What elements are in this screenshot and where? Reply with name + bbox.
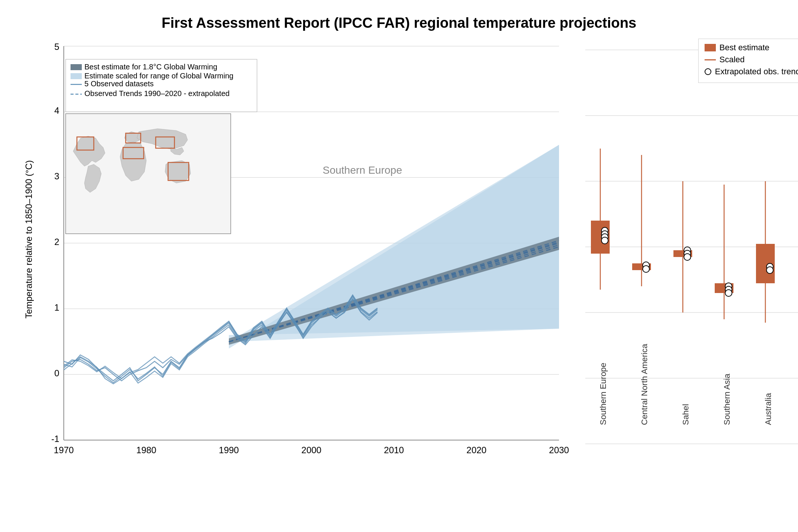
ytick-1: 1 xyxy=(54,302,59,313)
xtick-2000: 2000 xyxy=(301,445,321,455)
ytick-3: 3 xyxy=(54,171,59,181)
legend-extrapolated-label: Extrapolated obs. trend xyxy=(715,67,798,77)
legend-best-estimate-label: Best estimate xyxy=(720,43,769,53)
xtick-1970: 1970 xyxy=(54,445,74,455)
legend-best-estimate-icon xyxy=(705,44,716,51)
legend-scaled-box xyxy=(71,73,82,79)
main-content: Temperature relative to 1850–1900 (°C) xyxy=(15,39,783,511)
left-panel: Temperature relative to 1850–1900 (°C) xyxy=(15,39,570,511)
obs-dot-4-1 xyxy=(766,267,773,274)
ytick-5: 5 xyxy=(54,42,59,52)
region-label-0: Southern Europe xyxy=(598,363,608,425)
legend-extrapolated-icon xyxy=(705,68,711,75)
region-label-2: Sahel xyxy=(681,404,690,425)
region-label-4: Australia xyxy=(763,393,773,425)
legend-scaled-label: Scaled xyxy=(720,55,745,65)
legend-extrapolated: Extrapolated obs. trend xyxy=(705,67,798,77)
legend-best-estimate: Best estimate xyxy=(705,43,798,53)
xtick-2010: 2010 xyxy=(384,445,404,455)
chart-container: First Assessment Report (IPCC FAR) regio… xyxy=(0,0,798,532)
region-label: Southern Europe xyxy=(323,164,402,176)
yaxis-label: Temperature relative to 1850–1900 (°C) xyxy=(24,160,34,319)
region-label-1: Central North America xyxy=(640,344,649,425)
obs-dot-3-2 xyxy=(725,290,732,296)
ytick-2: 2 xyxy=(54,237,59,247)
ytick--1: -1 xyxy=(51,434,59,444)
ytick-0: 0 xyxy=(54,368,59,378)
right-legend: Best estimate Scaled Extrapolated obs. t… xyxy=(698,39,798,83)
legend-best-estimate-text: Best estimate for 1.8°C Global Warming xyxy=(84,63,217,71)
chart-title: First Assessment Report (IPCC FAR) regio… xyxy=(15,15,783,31)
xtick-1980: 1980 xyxy=(136,445,156,455)
main-chart-svg: Temperature relative to 1850–1900 (°C) xyxy=(15,39,570,508)
boxplot-svg: Southern Europe Central North America Sa… xyxy=(578,42,798,511)
region-label-3: Southern Asia xyxy=(722,373,732,425)
obs-dot-2-2 xyxy=(684,254,691,260)
xtick-2030: 2030 xyxy=(549,445,569,455)
right-panel: Best estimate Scaled Extrapolated obs. t… xyxy=(570,39,798,511)
legend-scaled-text: Estimate scaled for range of Global Warm… xyxy=(84,72,233,80)
best-box-4 xyxy=(756,244,775,283)
xtick-2020: 2020 xyxy=(466,445,486,455)
xtick-1990: 1990 xyxy=(219,445,239,455)
legend-scaled-icon xyxy=(705,59,716,60)
legend-best-estimate-box xyxy=(71,64,82,70)
ytick-4: 4 xyxy=(54,105,59,116)
obs-dot-1-1 xyxy=(643,266,649,272)
obs-dot-0-3 xyxy=(601,237,608,244)
legend-trend-text: Observed Trends 1990–2020 - extrapolated xyxy=(84,89,230,98)
legend-obs-text: 5 Observed datasets xyxy=(84,80,154,88)
legend-scaled: Scaled xyxy=(705,55,798,65)
